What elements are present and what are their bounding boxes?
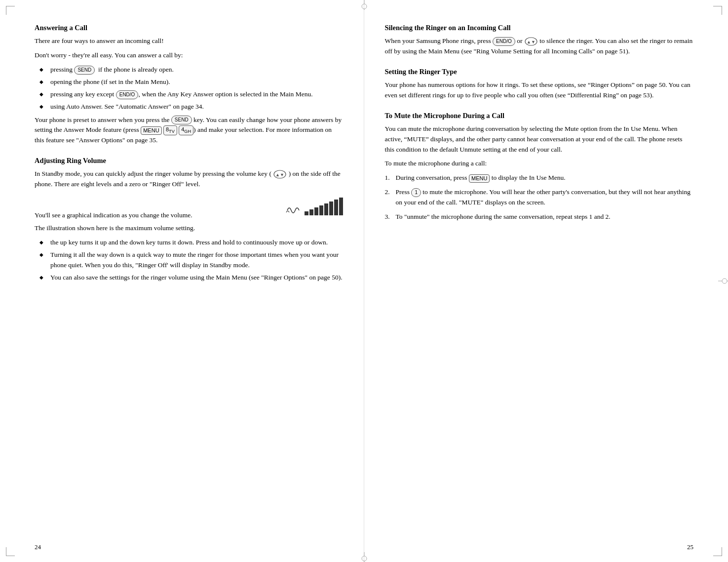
vol-bar-6 [329, 201, 333, 215]
step-2-num: 2. [385, 187, 390, 198]
menu-key-1: MENU [141, 126, 161, 135]
one-key-step2: 1 [411, 188, 421, 197]
crosshair-bottom [358, 552, 370, 562]
corner-mark-bl [6, 547, 15, 556]
heading-silencing: Silencing the Ringer on an Incoming Call [385, 24, 694, 32]
send-key-icon: SEND [74, 66, 95, 75]
bullet-turn-down: Turning it all the way down is a quick w… [39, 250, 343, 271]
wave-icon [285, 201, 303, 215]
ringer-type-section: Setting the Ringer Type Your phone has n… [385, 68, 694, 101]
8tv-key: 8TV [163, 125, 177, 135]
page-container: Answering a Call There are four ways to … [0, 0, 728, 562]
ring-vol-bullets: the up key turns it up and the down key … [39, 238, 343, 283]
step-3: 3. To "unmute" the microphone during the… [385, 212, 694, 222]
heading-ringer-type: Setting the Ringer Type [385, 68, 694, 76]
ring-vol-para-3: The illustration shown here is the maxim… [35, 223, 343, 234]
ring-vol-para-1: In Standby mode, you can quickly adjust … [35, 169, 343, 190]
svg-point-1 [362, 4, 367, 9]
heading-mute-mic: To Mute the Microphone During a Call [385, 112, 694, 120]
volume-graphic [285, 198, 343, 215]
menu-key-step1: MENU [469, 174, 490, 183]
send-key-inline: SEND [171, 116, 192, 124]
vol-bar-5 [324, 203, 328, 215]
ring-vol-para-2: You'll see a graphical indication as you… [35, 211, 280, 219]
bullet-updown: the up key turns it up and the down key … [39, 238, 343, 248]
bullet-pressing: pressing SEND if the phone is already op… [39, 65, 343, 75]
volume-graphic-area: You'll see a graphical indication as you… [35, 194, 343, 219]
right-column: Silencing the Ringer on an Incoming Call… [364, 0, 728, 562]
ringer-type-body: Your phone has numerous options for how … [385, 80, 694, 101]
mute-mic-section: To Mute the Microphone During a Call You… [385, 112, 694, 222]
vol-bar-2 [309, 209, 313, 215]
answering-bullets: pressing SEND if the phone is already op… [39, 65, 343, 112]
page-num-left: 24 [35, 543, 41, 551]
bullet-any-key: pressing any key except END/O, when the … [39, 89, 343, 100]
bullet-opening: opening the phone (if set in the Main Me… [39, 77, 343, 87]
step-1: 1. During conversation, press MENU to di… [385, 173, 694, 183]
4gh-key: 4GH [179, 125, 193, 135]
mute-mic-sub: To mute the microphone during a call: [385, 159, 694, 169]
volume-key-icon: ▲▼ [273, 170, 287, 179]
page-num-right: 25 [687, 543, 693, 551]
volume-key-silence-icon: ▲▼ [524, 37, 538, 46]
crosshair-right [718, 275, 728, 287]
left-column: Answering a Call There are four ways to … [0, 0, 364, 562]
answering-para-2: Don't worry - they're all easy. You can … [35, 50, 343, 61]
answering-para-1: There are four ways to answer an incomin… [35, 36, 343, 46]
corner-mark-br [713, 547, 722, 556]
vol-bar-3 [314, 207, 318, 215]
step-2: 2. Press 1 to mute the microphone. You w… [385, 187, 694, 208]
mute-mic-steps: 1. During conversation, press MENU to di… [385, 173, 694, 222]
bullet-save-settings: You can also save the settings for the r… [39, 273, 343, 283]
crosshair-top [358, 0, 370, 10]
mute-mic-intro: You can mute the microphone during conve… [385, 124, 694, 155]
vol-bar-1 [305, 211, 308, 215]
svg-point-4 [362, 556, 367, 561]
bullet-auto-answer: using Auto Answer. See "Automatic Answer… [39, 102, 343, 112]
step-3-num: 3. [385, 212, 390, 222]
silencing-body: When your Samsung Phone rings, press END… [385, 36, 694, 57]
ring-volume-section: Adjusting Ring Volume In Standby mode, y… [35, 157, 343, 282]
svg-text:▲▼: ▲▼ [527, 40, 536, 44]
vol-bar-7 [334, 200, 338, 215]
end-key-silence: END/O [493, 37, 515, 46]
heading-ring-volume: Adjusting Ring Volume [35, 157, 343, 165]
svg-point-7 [722, 279, 727, 283]
svg-text:▲▼: ▲▼ [275, 172, 284, 177]
volume-bars [305, 198, 343, 215]
corner-mark-tr [713, 6, 722, 15]
corner-mark-tl [6, 6, 15, 15]
to-text: to [539, 37, 545, 44]
vol-bar-8 [339, 198, 343, 215]
step-1-num: 1. [385, 173, 390, 183]
end-key-icon: END/O [116, 90, 139, 99]
answering-body: Your phone is preset to answer when you … [35, 115, 343, 146]
vol-bar-4 [319, 205, 323, 215]
heading-answering: Answering a Call [35, 24, 343, 32]
